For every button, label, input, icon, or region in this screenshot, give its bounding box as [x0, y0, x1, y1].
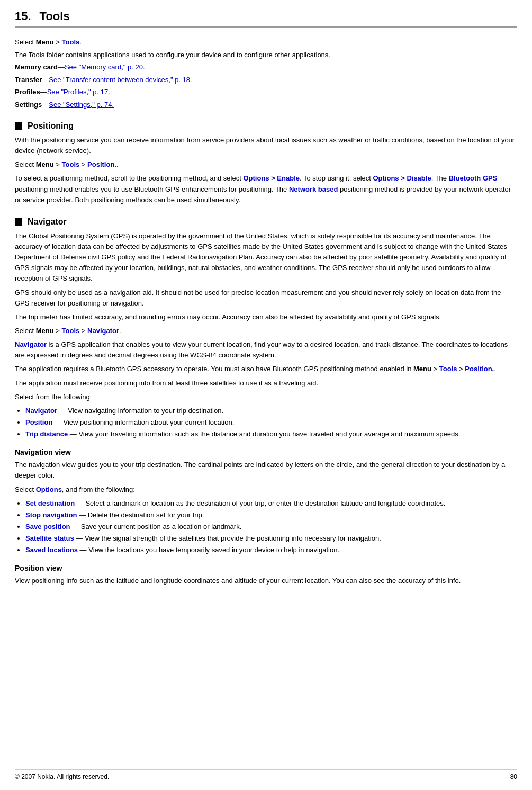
navigator-bullets: Navigator — View navigating information … — [25, 406, 517, 439]
nav-view-para1: The navigation view guides you to your t… — [15, 460, 517, 481]
positioning-title: Positioning — [28, 121, 74, 131]
bullet-position: Position — View positioning information … — [25, 417, 517, 428]
bullet-navigator: Navigator — View navigating information … — [25, 406, 517, 416]
chapter-number: 15. — [15, 10, 31, 23]
menu-bold: Menu — [36, 38, 54, 46]
bullet-trip-distance: Trip distance — View your traveling info… — [25, 429, 517, 439]
nav-view-select: Select Options, and from the following: — [15, 484, 517, 495]
navigator-select-from: Select from the following: — [15, 392, 517, 402]
page: 15. Tools Select Menu > Tools. The Tools… — [0, 0, 532, 790]
navigator-para2: GPS should only be used as a navigation … — [15, 288, 517, 309]
navigator-para6: The application must receive positioning… — [15, 378, 517, 389]
intro-desc: The Tools folder contains applications u… — [15, 50, 517, 60]
navigator-para4: Navigator is a GPS application that enab… — [15, 339, 517, 361]
positioning-para2: To select a positioning method, scroll t… — [15, 173, 517, 205]
bullet-set-destination: Set destination — Select a landmark or l… — [25, 498, 517, 509]
pos-view-para: View positioning info such as the latitu… — [15, 576, 517, 586]
bullet-save-position: Save position — Save your current positi… — [25, 522, 517, 532]
navigator-icon — [15, 218, 22, 226]
intro-settings: Settings—See "Settings," p. 74. — [15, 100, 517, 110]
intro-select-line: Select Menu > Tools. — [15, 37, 517, 48]
navigator-para5: The application requires a Bluetooth GPS… — [15, 364, 517, 374]
page-number: 80 — [510, 773, 517, 780]
intro-section: Select Menu > Tools. The Tools folder co… — [15, 37, 517, 110]
bullet-saved-locations: Saved locations — View the locations you… — [25, 545, 517, 555]
bullet-stop-navigation: Stop navigation — Delete the destination… — [25, 510, 517, 520]
navigator-para3: The trip meter has limited accuracy, and… — [15, 312, 517, 322]
positioning-icon — [15, 122, 22, 130]
navigator-title: Navigator — [28, 217, 67, 227]
positioning-section-header: Positioning — [15, 121, 517, 131]
positioning-select-line: Select Menu > Tools > Position.. — [15, 159, 517, 170]
nav-view-bullets: Set destination — Select a landmark or l… — [25, 498, 517, 556]
tools-link: Tools — [62, 38, 80, 46]
navigator-para1: The Global Positioning System (GPS) is o… — [15, 231, 517, 284]
navigator-section-header: Navigator — [15, 217, 517, 227]
pos-view-header: Position view — [15, 564, 517, 572]
nav-view-header: Navigation view — [15, 448, 517, 456]
page-footer: © 2007 Nokia. All rights reserved. 80 — [15, 769, 517, 780]
navigator-select-line: Select Menu > Tools > Navigator. — [15, 326, 517, 336]
chapter-name: Tools — [40, 10, 70, 23]
intro-profiles: Profiles—See "Profiles," p. 17. — [15, 87, 517, 97]
intro-memory-card: Memory card—See "Memory card," p. 20. — [15, 62, 517, 73]
intro-transfer: Transfer—See "Transfer content between d… — [15, 75, 517, 85]
chapter-title: 15. Tools — [15, 10, 517, 28]
copyright-text: © 2007 Nokia. All rights reserved. — [15, 773, 109, 780]
positioning-para1: With the positioning service you can rec… — [15, 135, 517, 156]
bullet-satellite-status: Satellite status — View the signal stren… — [25, 533, 517, 544]
